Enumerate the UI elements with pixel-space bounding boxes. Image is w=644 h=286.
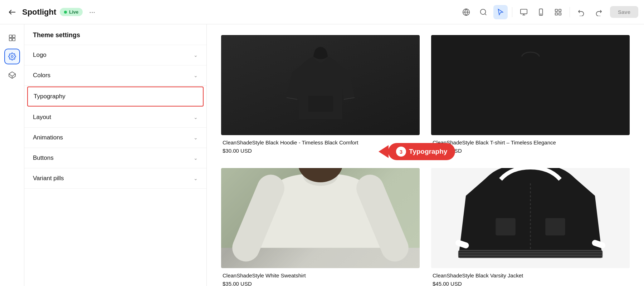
chevron-down-icon: ⌄ — [194, 135, 198, 140]
undo-button[interactable] — [574, 5, 589, 19]
svg-rect-12 — [12, 38, 15, 41]
back-button[interactable] — [6, 6, 19, 19]
sidebar-item-animations[interactable]: Animations ⌄ — [24, 128, 206, 148]
product-image-jacket — [431, 168, 630, 268]
topbar-right: Save — [610, 6, 638, 18]
sidebar-header: Theme settings — [24, 24, 206, 45]
topbar-center — [459, 5, 606, 19]
nav-sections-icon[interactable] — [4, 30, 20, 46]
svg-point-4 — [541, 14, 541, 14]
svg-rect-23 — [496, 218, 516, 236]
product-info: CleanShadeStyle Black Hoodie - Timeless … — [221, 135, 420, 157]
product-name: CleanShadeStyle Black T-shirt – Timeless… — [433, 139, 628, 146]
product-info: CleanShadeStyle White Sweatshirt $35.00 … — [221, 268, 420, 286]
globe-icon-button[interactable] — [459, 5, 473, 19]
mobile-icon-button[interactable] — [534, 5, 548, 19]
svg-rect-25 — [458, 250, 602, 258]
product-image-sweatshirt — [221, 168, 420, 268]
more-button[interactable]: ··· — [86, 6, 98, 18]
sidebar-item-label: Typography — [34, 93, 65, 100]
sidebar-item-label: Animations — [33, 134, 63, 141]
svg-rect-7 — [555, 13, 557, 15]
product-card: CleanShadeStyle Black T-shirt – Timeless… — [431, 35, 630, 157]
sidebar-item-label: Logo — [33, 51, 47, 59]
chevron-down-icon: ⌄ — [194, 52, 198, 58]
sidebar-item-logo[interactable]: Logo ⌄ — [24, 45, 206, 65]
product-price: $35.00 USD — [223, 281, 418, 286]
divider-2 — [570, 7, 570, 17]
sidebar-item-colors[interactable]: Colors ⌄ — [24, 65, 206, 86]
sidebar-item-label: Buttons — [33, 154, 54, 162]
product-price: $30.00 USD — [223, 148, 418, 154]
redo-button[interactable] — [591, 5, 606, 19]
live-badge: Live — [60, 8, 83, 16]
chevron-down-icon: ⌄ — [194, 176, 198, 181]
product-info: CleanShadeStyle Black Varsity Jacket $45… — [431, 268, 630, 286]
cursor-icon-button[interactable] — [493, 5, 508, 19]
sidebar: Theme settings Logo ⌄ Colors ⌄ Typograph… — [24, 24, 207, 286]
product-price: $30.00 USD — [433, 148, 628, 154]
preview-area[interactable]: CleanShadeStyle Black Hoodie - Timeless … — [207, 24, 644, 286]
svg-rect-8 — [559, 13, 561, 15]
icon-nav — [0, 24, 24, 286]
app-title: Spotlight — [22, 8, 56, 17]
svg-rect-6 — [559, 9, 561, 11]
svg-rect-16 — [308, 96, 333, 112]
desktop-icon-button[interactable] — [517, 5, 531, 19]
preview-content: 3 Typography — [207, 24, 644, 286]
sidebar-item-variant-pills[interactable]: Variant pills ⌄ — [24, 168, 206, 189]
product-image-hoodie — [221, 35, 420, 135]
nav-settings-icon[interactable] — [4, 49, 20, 64]
sidebar-item-label: Layout — [33, 114, 51, 121]
products-grid: CleanShadeStyle Black Hoodie - Timeless … — [221, 31, 630, 286]
sidebar-item-buttons[interactable]: Buttons ⌄ — [24, 148, 206, 168]
svg-rect-24 — [545, 218, 565, 236]
fit-icon-button[interactable] — [551, 5, 565, 19]
product-name: CleanShadeStyle Black Hoodie - Timeless … — [223, 139, 418, 146]
sidebar-item-typography[interactable]: Typography — [27, 87, 204, 107]
main-layout: Theme settings Logo ⌄ Colors ⌄ Typograph… — [0, 24, 644, 286]
nav-components-icon[interactable] — [4, 67, 20, 83]
product-image-tshirt — [431, 35, 630, 135]
svg-rect-5 — [555, 9, 557, 11]
product-card: CleanShadeStyle Black Varsity Jacket $45… — [431, 168, 630, 286]
product-card: CleanShadeStyle White Sweatshirt $35.00 … — [221, 168, 420, 286]
sidebar-item-layout[interactable]: Layout ⌄ — [24, 107, 206, 128]
svg-point-1 — [480, 9, 486, 14]
sidebar-scroll[interactable]: Logo ⌄ Colors ⌄ Typography Layout ⌄ Anim… — [24, 45, 206, 286]
product-info: CleanShadeStyle Black T-shirt – Timeless… — [431, 135, 630, 157]
chevron-down-icon: ⌄ — [194, 73, 198, 78]
chevron-down-icon: ⌄ — [194, 155, 198, 161]
topbar: Spotlight Live ··· — [0, 0, 644, 24]
save-button[interactable]: Save — [610, 6, 638, 18]
product-name: CleanShadeStyle Black Varsity Jacket — [433, 272, 628, 278]
product-price: $45.00 USD — [433, 281, 628, 286]
search-icon-button[interactable] — [476, 5, 491, 19]
chevron-down-icon: ⌄ — [194, 114, 198, 120]
sidebar-item-label: Variant pills — [33, 175, 64, 182]
topbar-left: Spotlight Live ··· — [6, 6, 455, 19]
product-card: CleanShadeStyle Black Hoodie - Timeless … — [221, 35, 420, 157]
svg-rect-9 — [9, 35, 11, 38]
divider-1 — [512, 7, 512, 17]
sidebar-item-label: Colors — [33, 72, 50, 79]
svg-point-13 — [11, 55, 13, 58]
svg-rect-2 — [521, 9, 527, 14]
svg-rect-11 — [9, 38, 11, 41]
product-name: CleanShadeStyle White Sweatshirt — [223, 272, 418, 278]
svg-rect-10 — [12, 35, 15, 38]
